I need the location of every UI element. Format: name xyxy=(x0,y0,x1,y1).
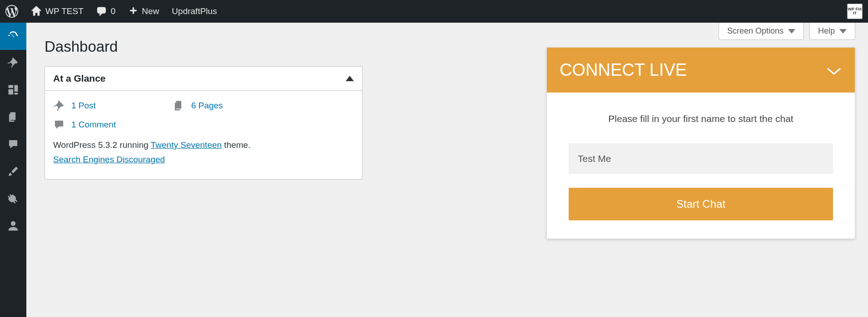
connect-live-panel: CONNECT LIVE Please fill in your first n… xyxy=(546,47,855,239)
screen-meta: Screen Options Help xyxy=(719,23,855,40)
connect-body: Please fill in your first name to start … xyxy=(547,93,855,239)
wordpress-icon xyxy=(5,5,18,18)
glance-pages[interactable]: 6 Pages xyxy=(173,100,223,112)
at-a-glance-widget: At a Glance 1 Post 6 Pages xyxy=(45,66,362,180)
plugin-icon xyxy=(7,193,19,206)
glance-row: 1 Post 6 Pages xyxy=(53,100,354,112)
theme-link[interactable]: Twenty Seventeen xyxy=(151,140,222,150)
comments-link[interactable]: 0 xyxy=(96,6,116,17)
new-label: New xyxy=(142,6,159,16)
plus-icon xyxy=(128,6,138,16)
updraftplus-link[interactable]: UpdraftPlus xyxy=(172,6,217,16)
glance-row: 1 Comment xyxy=(53,119,354,131)
media-icon xyxy=(7,84,19,98)
connect-message: Please fill in your first name to start … xyxy=(569,113,833,124)
comments-count: 0 xyxy=(111,6,116,16)
theme-suffix: theme. xyxy=(222,140,250,150)
sidebar-item-plugins[interactable] xyxy=(0,186,26,213)
brush-icon xyxy=(7,166,19,179)
svg-point-1 xyxy=(17,34,18,36)
svg-point-2 xyxy=(11,221,15,226)
chevron-down-icon xyxy=(839,29,847,34)
sidebar-item-dashboard[interactable] xyxy=(0,23,26,50)
new-content[interactable]: New xyxy=(128,6,159,16)
posts-link[interactable]: 1 Post xyxy=(71,101,96,111)
pages-link[interactable]: 6 Pages xyxy=(191,101,223,111)
pages-icon xyxy=(173,100,185,112)
sidebar-item-posts[interactable] xyxy=(0,50,26,77)
pin-icon xyxy=(7,57,19,70)
widget-body: 1 Post 6 Pages 1 Comment xyxy=(45,91,362,179)
wordpress-logo[interactable] xyxy=(5,5,18,18)
widget-header: At a Glance xyxy=(45,67,362,91)
sidebar-item-media[interactable] xyxy=(0,77,26,104)
dashboard-icon xyxy=(7,29,19,43)
widget-title: At a Glance xyxy=(53,73,106,84)
glance-comments[interactable]: 1 Comment xyxy=(53,119,116,131)
start-chat-button[interactable]: Start Chat xyxy=(569,188,833,220)
comment-icon xyxy=(53,119,65,131)
first-name-input[interactable] xyxy=(569,143,833,174)
comments-link[interactable]: 1 Comment xyxy=(71,120,116,130)
content: Screen Options Help Dashboard At a Glanc… xyxy=(26,23,868,317)
version-prefix: WordPress 5.3.2 running xyxy=(53,140,151,150)
sidebar-item-users[interactable] xyxy=(0,213,26,240)
sidebar-item-appearance[interactable] xyxy=(0,159,26,186)
help-label: Help xyxy=(818,26,835,36)
sidebar-item-pages[interactable] xyxy=(0,104,26,132)
admin-sidebar xyxy=(0,23,26,317)
comment-icon xyxy=(96,6,107,17)
home-icon xyxy=(31,6,42,17)
site-name-label: WP TEST xyxy=(45,6,84,16)
collapse-toggle-icon[interactable] xyxy=(346,76,354,81)
search-engines-link[interactable]: Search Engines Discouraged xyxy=(53,155,165,164)
connect-header[interactable]: CONNECT LIVE xyxy=(547,48,855,93)
glance-posts[interactable]: 1 Post xyxy=(53,100,96,112)
pages-icon xyxy=(7,111,19,125)
sidebar-item-comments[interactable] xyxy=(0,132,26,159)
comments-icon xyxy=(7,138,19,152)
pin-icon xyxy=(53,100,65,112)
chevron-down-icon xyxy=(788,29,795,34)
svg-point-0 xyxy=(8,34,10,36)
screen-options-label: Screen Options xyxy=(727,26,784,36)
site-name[interactable]: WP TEST xyxy=(31,6,84,17)
user-icon xyxy=(7,220,19,234)
admin-bar: WP TEST 0 New UpdraftPlus WP FIX IT xyxy=(0,0,868,23)
chevron-down-icon xyxy=(826,60,842,80)
wpfixit-icon: WP FIX IT xyxy=(847,4,863,19)
connect-title: CONNECT LIVE xyxy=(560,60,687,80)
main: Screen Options Help Dashboard At a Glanc… xyxy=(0,23,868,317)
wpfixit-link[interactable]: WP FIX IT xyxy=(847,4,863,19)
screen-options-tab[interactable]: Screen Options xyxy=(719,23,804,40)
glance-version: WordPress 5.3.2 running Twenty Seventeen… xyxy=(53,138,354,152)
updraft-label: UpdraftPlus xyxy=(172,6,217,16)
glance-search-engines: Search Engines Discouraged xyxy=(53,152,354,167)
help-tab[interactable]: Help xyxy=(809,23,855,40)
